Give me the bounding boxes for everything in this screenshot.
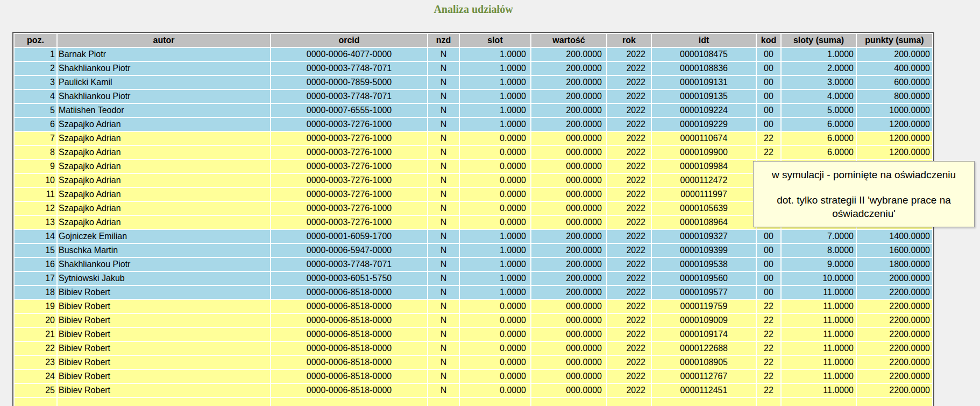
table-row[interactable]: 15Buschka Martin0000-0006-5947-0000N1.00… (15, 244, 932, 257)
table-row[interactable]: 19Bibiev Robert0000-0006-8518-0000N0.000… (15, 300, 932, 313)
cell-nzd: N (428, 62, 459, 75)
table-row[interactable]: 25Bibiev Robert0000-0006-8518-0000N0.000… (15, 384, 932, 397)
cell-rok: 2022 (607, 328, 651, 341)
cell-autor: Szapajko Adrian (58, 118, 270, 131)
cell-nzd: N (428, 104, 459, 117)
cell-wartosc: 000.0000 (531, 370, 606, 383)
cell-wartosc: 200.0000 (531, 230, 606, 243)
cell-slot: 0.0000 (460, 384, 530, 397)
cell-sloty_suma: 11.0000 (782, 356, 856, 369)
table-row[interactable]: 17Sytniowski Jakub0000-0003-6051-5750N1.… (15, 272, 932, 285)
cell-autor: Paulicki Kamil (58, 76, 270, 89)
table-row[interactable]: 24Bibiev Robert0000-0006-8518-0000N0.000… (15, 370, 932, 383)
cell-kod: 00 (757, 244, 780, 257)
cell-sloty_suma: 6.0000 (782, 118, 856, 131)
cell-wartosc: 200.0000 (531, 90, 606, 103)
table-row[interactable]: 5Matiishen Teodor0000-0007-6555-1000N1.0… (15, 104, 932, 117)
column-header-slot: slot (460, 34, 530, 47)
table-row[interactable] (15, 398, 932, 406)
table-row[interactable]: 1Barnak Piotr0000-0006-4077-0000N1.00002… (15, 48, 932, 61)
cell-idt: 0000112451 (652, 384, 756, 397)
cell-rok: 2022 (607, 300, 651, 313)
cell-sloty_suma: 10.0000 (782, 272, 856, 285)
cell-slot: 0.0000 (460, 146, 530, 159)
cell-autor: Bibiev Robert (58, 300, 270, 313)
table-row[interactable]: 21Bibiev Robert0000-0006-8518-0000N0.000… (15, 328, 932, 341)
column-header-wartosc: wartość (531, 34, 606, 47)
cell-kod: 22 (757, 356, 780, 369)
table-row[interactable]: 14Gojniczek Emilian0000-0001-6059-1700N1… (15, 230, 932, 243)
cell-poz: 1 (15, 48, 56, 61)
cell-sloty_suma: 5.0000 (782, 104, 856, 117)
table-row[interactable]: 18Bibiev Robert0000-0006-8518-0000N1.000… (15, 286, 932, 299)
cell-rok (607, 398, 651, 406)
cell-orcid: 0000-0003-7748-7071 (271, 258, 427, 271)
cell-poz: 21 (15, 328, 56, 341)
cell-orcid: 0000-0003-7276-1000 (271, 216, 427, 229)
cell-punkty_suma: 2200.0000 (857, 314, 932, 327)
cell-idt: 0000110674 (652, 132, 756, 145)
cell-rok: 2022 (607, 76, 651, 89)
cell-autor: Gojniczek Emilian (58, 230, 270, 243)
cell-punkty_suma: 2200.0000 (857, 328, 932, 341)
cell-kod (757, 398, 780, 406)
cell-kod: 22 (757, 370, 780, 383)
table-row[interactable]: 16Shakhliankou Piotr0000-0003-7748-7071N… (15, 258, 932, 271)
cell-punkty_suma: 600.0000 (857, 76, 932, 89)
cell-rok: 2022 (607, 104, 651, 117)
table-row[interactable]: 23Bibiev Robert0000-0006-8518-0000N0.000… (15, 356, 932, 369)
cell-rok: 2022 (607, 244, 651, 257)
cell-wartosc: 200.0000 (531, 48, 606, 61)
cell-idt: 0000109174 (652, 328, 756, 341)
cell-idt: 0000112767 (652, 370, 756, 383)
cell-wartosc: 000.0000 (531, 160, 606, 173)
cell-nzd: N (428, 300, 459, 313)
cell-wartosc: 000.0000 (531, 328, 606, 341)
cell-poz: 8 (15, 146, 56, 159)
cell-punkty_suma: 2000.0000 (857, 272, 932, 285)
table-row[interactable]: 20Bibiev Robert0000-0006-8518-0000N0.000… (15, 314, 932, 327)
cell-wartosc: 000.0000 (531, 342, 606, 355)
cell-punkty_suma: 2200.0000 (857, 286, 932, 299)
cell-orcid: 0000-0006-8518-0000 (271, 356, 427, 369)
cell-poz: 15 (15, 244, 56, 257)
column-header-kod: kod (757, 34, 780, 47)
cell-idt: 0000122688 (652, 342, 756, 355)
cell-orcid: 0000-0007-6555-1000 (271, 104, 427, 117)
cell-poz: 22 (15, 342, 56, 355)
cell-nzd: N (428, 272, 459, 285)
table-row[interactable]: 8Szapajko Adrian0000-0003-7276-1000N0.00… (15, 146, 932, 159)
table-row[interactable]: 22Bibiev Robert0000-0006-8518-0000N0.000… (15, 342, 932, 355)
table-row[interactable]: 4Shakhliankou Piotr0000-0003-7748-7071N1… (15, 90, 932, 103)
cell-nzd: N (428, 202, 459, 215)
cell-sloty_suma: 11.0000 (782, 328, 856, 341)
cell-autor: Shakhliankou Piotr (58, 62, 270, 75)
cell-orcid: 0000-0003-7748-7071 (271, 90, 427, 103)
table-row[interactable]: 2Shakhliankou Piotr0000-0003-7748-7071N1… (15, 62, 932, 75)
cell-punkty_suma (857, 398, 932, 406)
cell-idt: 0000109229 (652, 118, 756, 131)
cell-idt: 0000109131 (652, 76, 756, 89)
cell-punkty_suma: 1800.0000 (857, 258, 932, 271)
cell-autor: Bibiev Robert (58, 314, 270, 327)
cell-nzd: N (428, 244, 459, 257)
cell-kod: 22 (757, 132, 780, 145)
table-row[interactable]: 6Szapajko Adrian0000-0003-7276-1000N1.00… (15, 118, 932, 131)
table-row[interactable]: 3Paulicki Kamil0000-0000-7859-5000N1.000… (15, 76, 932, 89)
cell-wartosc: 200.0000 (531, 244, 606, 257)
cell-autor: Szapajko Adrian (58, 132, 270, 145)
cell-kod: 00 (757, 272, 780, 285)
cell-orcid: 0000-0006-8518-0000 (271, 384, 427, 397)
cell-slot: 0.0000 (460, 202, 530, 215)
cell-orcid: 0000-0006-8518-0000 (271, 300, 427, 313)
cell-poz: 14 (15, 230, 56, 243)
cell-poz: 10 (15, 174, 56, 187)
cell-poz: 6 (15, 118, 56, 131)
cell-autor: Barnak Piotr (58, 48, 270, 61)
cell-slot: 1.0000 (460, 230, 530, 243)
cell-nzd: N (428, 174, 459, 187)
cell-autor: Shakhliankou Piotr (58, 90, 270, 103)
cell-kod: 22 (757, 314, 780, 327)
cell-orcid: 0000-0003-6051-5750 (271, 272, 427, 285)
table-row[interactable]: 7Szapajko Adrian0000-0003-7276-1000N0.00… (15, 132, 932, 145)
